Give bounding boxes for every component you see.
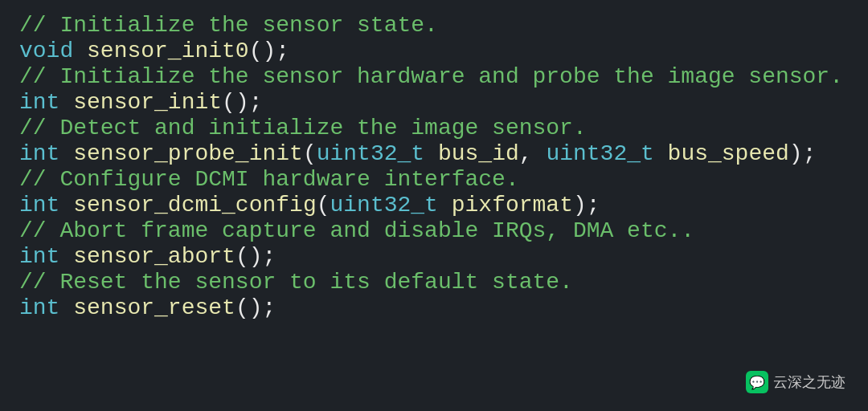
plain-token: (: [303, 143, 317, 165]
plain-token: (: [317, 194, 330, 217]
comment-text: // Detect and initialize the image senso…: [19, 117, 587, 140]
param-name-token: bus_speed: [668, 143, 789, 165]
param-name-token: pixformat: [452, 194, 573, 217]
function-token: sensor_probe_init: [73, 143, 303, 165]
code-line: // Initialize the sensor hardware and pr…: [19, 66, 849, 88]
code-line: // Detect and initialize the image senso…: [19, 117, 849, 140]
code-line: int sensor_abort();: [19, 246, 849, 268]
code-line: // Initialize the sensor state.: [19, 14, 849, 37]
plain-token: [59, 246, 73, 268]
comment-text: // Initialize the sensor hardware and pr…: [19, 66, 843, 88]
code-line: // Configure DCMI hardware interface.: [19, 169, 849, 191]
param-type-token: uint32_t: [317, 143, 424, 165]
keyword-token: int: [19, 143, 59, 165]
code-line: // Abort frame capture and disable IRQs,…: [19, 220, 849, 242]
keyword-token: void: [19, 40, 73, 63]
function-token: sensor_dcmi_config: [73, 194, 316, 217]
code-line: // Reset the sensor to its default state…: [19, 271, 849, 294]
code-line: int sensor_probe_init(uint32_t bus_id, u…: [19, 143, 849, 165]
plain-token: [59, 143, 73, 165]
code-line: int sensor_dcmi_config(uint32_t pixforma…: [19, 194, 849, 217]
comment-text: // Initialize the sensor state.: [19, 14, 438, 37]
code-line: int sensor_reset();: [19, 297, 849, 319]
plain-token: [59, 194, 73, 217]
plain-token: [59, 92, 73, 114]
plain-token: [424, 143, 438, 165]
watermark: 💬 云深之无迹: [746, 371, 845, 393]
function-token: sensor_init: [73, 92, 222, 114]
watermark-icon: 💬: [746, 371, 768, 393]
keyword-token: int: [19, 92, 59, 114]
plain-token: [59, 297, 73, 319]
plain-token: );: [573, 194, 600, 217]
keyword-token: int: [19, 297, 59, 319]
plain-token: ,: [519, 143, 547, 165]
function-token: sensor_abort: [73, 246, 235, 268]
plain-token: ();: [235, 246, 276, 268]
plain-token: [654, 143, 668, 165]
comment-text: // Abort frame capture and disable IRQs,…: [19, 220, 694, 242]
plain-token: [438, 194, 452, 217]
plain-token: ();: [222, 92, 262, 114]
comment-text: // Reset the sensor to its default state…: [19, 271, 573, 294]
param-name-token: bus_id: [438, 143, 519, 165]
function-token: sensor_reset: [73, 297, 235, 319]
function-token: sensor_init0: [87, 40, 249, 63]
param-type-token: uint32_t: [330, 194, 438, 217]
keyword-token: int: [19, 246, 59, 268]
plain-token: ();: [235, 297, 276, 319]
watermark-text: 云深之无迹: [773, 372, 845, 392]
keyword-token: int: [19, 194, 59, 217]
param-type-token: uint32_t: [546, 143, 653, 165]
code-line: int sensor_init();: [19, 92, 849, 114]
comment-text: // Configure DCMI hardware interface.: [19, 169, 519, 191]
plain-token: ();: [249, 40, 289, 63]
plain-token: [73, 40, 87, 63]
code-lines: // Initialize the sensor state.void sens…: [19, 14, 849, 319]
code-line: void sensor_init0();: [19, 40, 849, 63]
plain-token: );: [789, 143, 817, 165]
code-container: // Initialize the sensor state.void sens…: [0, 0, 868, 411]
